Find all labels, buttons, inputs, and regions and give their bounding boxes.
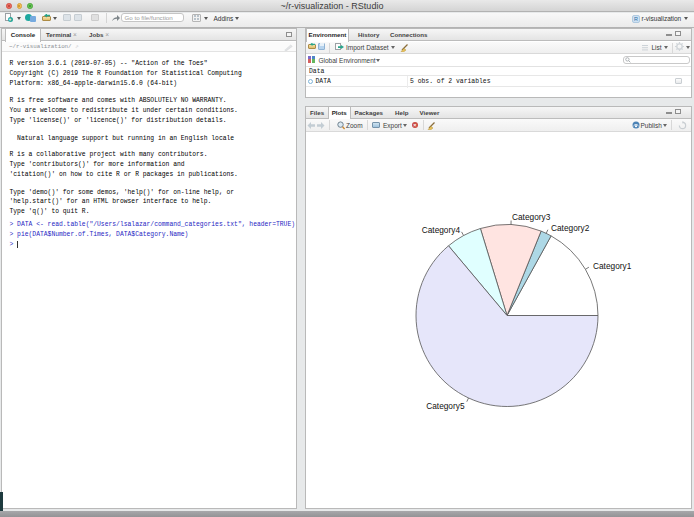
svg-text:Category4: Category4 bbox=[422, 224, 461, 234]
svg-text:Category3: Category3 bbox=[512, 212, 551, 222]
svg-text:R: R bbox=[634, 16, 638, 22]
svg-text:Category1: Category1 bbox=[593, 260, 632, 270]
svg-text:Category2: Category2 bbox=[551, 223, 590, 233]
svg-text:Category5: Category5 bbox=[426, 401, 465, 411]
